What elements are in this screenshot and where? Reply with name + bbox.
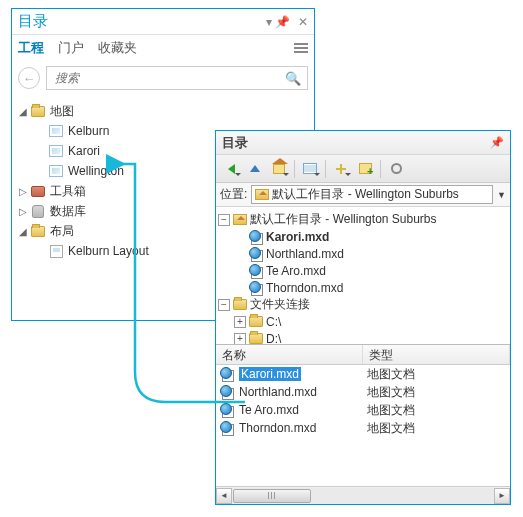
file-list: Karori.mxd地图文档Northland.mxd地图文档Te Aro.mx… <box>216 365 510 486</box>
arrow-left-icon <box>228 164 235 174</box>
tab-favorites[interactable]: 收藏夹 <box>98 37 137 59</box>
tree-label: Karori <box>68 144 100 158</box>
list-view-icon <box>303 163 317 174</box>
tree-drive-item[interactable]: +D:\ <box>234 330 508 345</box>
mxd-icon <box>249 264 263 278</box>
folder-icon <box>233 299 247 310</box>
tree-mxd-item[interactable]: Northland.mxd <box>234 245 508 262</box>
search-field[interactable] <box>53 70 285 86</box>
tree-mxd-item[interactable]: Te Aro.mxd <box>234 262 508 279</box>
mxd-icon <box>220 421 234 435</box>
toolbar-separator <box>294 160 295 178</box>
pin-icon[interactable]: 📌 <box>490 136 504 149</box>
tree-root-folder[interactable]: − 默认工作目录 - Wellington Suburbs <box>218 211 508 228</box>
file-type: 地图文档 <box>363 366 510 383</box>
tree-folder-connections[interactable]: − 文件夹连接 <box>218 296 508 313</box>
home-folder-icon <box>233 214 247 225</box>
toolbar-separator <box>325 160 326 178</box>
scroll-right-button[interactable]: ► <box>494 488 510 504</box>
plus-icon <box>336 164 346 174</box>
mxd-icon <box>220 403 234 417</box>
collapse-icon[interactable]: ◢ <box>16 226 30 237</box>
tree-label: Kelburn Layout <box>68 244 149 258</box>
tree-mxd-item[interactable]: Thorndon.mxd <box>234 279 508 296</box>
catalog-titlebar: 目录 ▾ 📌 ✕ <box>12 9 314 35</box>
connect-folder-icon <box>359 163 372 174</box>
tree-label: Te Aro.mxd <box>266 264 326 278</box>
tree-label: Wellington <box>68 164 124 178</box>
toolbox-icon <box>30 183 46 199</box>
home-button[interactable] <box>268 158 290 180</box>
catalog-tree: − 默认工作目录 - Wellington Suburbs Karori.mxd… <box>216 207 510 345</box>
file-name: Karori.mxd <box>239 367 301 381</box>
scroll-track[interactable] <box>232 488 494 504</box>
pin-icon[interactable]: ▾ 📌 <box>266 15 290 29</box>
arcmap-catalog-title: 目录 <box>222 134 248 152</box>
list-item[interactable]: Northland.mxd地图文档 <box>216 383 510 401</box>
options-button[interactable] <box>385 158 407 180</box>
chevron-down-icon[interactable]: ▼ <box>497 190 506 200</box>
tree-maps-section[interactable]: ◢ 地图 <box>16 101 310 121</box>
collapse-icon[interactable]: ◢ <box>16 106 30 117</box>
list-item[interactable]: Thorndon.mxd地图文档 <box>216 419 510 437</box>
tree-label: 文件夹连接 <box>250 296 310 313</box>
catalog-tabs: 工程 门户 收藏夹 <box>12 35 314 61</box>
search-row: ← 🔍 <box>12 61 314 95</box>
file-type: 地图文档 <box>363 420 510 437</box>
search-input[interactable]: 🔍 <box>46 66 308 90</box>
mxd-icon <box>249 281 263 295</box>
layout-icon <box>48 243 64 259</box>
tree-label: 数据库 <box>50 203 86 220</box>
catalog-window-arcmap: 目录 📌 位置: 默认工作目录 - Wellington Suburbs ▼ −… <box>215 130 511 505</box>
tree-label: 布局 <box>50 223 74 240</box>
location-combo[interactable]: 默认工作目录 - Wellington Suburbs <box>251 185 493 204</box>
file-name: Te Aro.mxd <box>239 403 299 417</box>
tree-label: 地图 <box>50 103 74 120</box>
tree-label: Kelburn <box>68 124 109 138</box>
location-label: 位置: <box>220 186 247 203</box>
view-button[interactable] <box>299 158 321 180</box>
folder-icon <box>249 316 263 327</box>
close-icon[interactable]: ✕ <box>298 15 308 29</box>
file-name: Northland.mxd <box>239 385 317 399</box>
catalog-title: 目录 <box>18 12 48 31</box>
file-type: 地图文档 <box>363 384 510 401</box>
mxd-icon <box>220 385 234 399</box>
map-icon <box>48 143 64 159</box>
connect-folder-button[interactable] <box>354 158 376 180</box>
back-button[interactable] <box>220 158 242 180</box>
collapse-toggle[interactable]: − <box>218 214 230 226</box>
list-item[interactable]: Te Aro.mxd地图文档 <box>216 401 510 419</box>
location-value: 默认工作目录 - Wellington Suburbs <box>272 186 459 203</box>
menu-icon[interactable] <box>294 43 308 53</box>
list-item[interactable]: Karori.mxd地图文档 <box>216 365 510 383</box>
tree-label: 默认工作目录 - Wellington Suburbs <box>250 211 437 228</box>
tab-project[interactable]: 工程 <box>18 37 44 59</box>
collapse-toggle[interactable]: − <box>218 299 230 311</box>
search-icon[interactable]: 🔍 <box>285 71 301 86</box>
horizontal-scrollbar[interactable]: ◄ ► <box>216 486 510 504</box>
tree-drive-item[interactable]: +C:\ <box>234 313 508 330</box>
list-header: 名称 类型 <box>216 345 510 365</box>
expand-icon[interactable]: ▷ <box>16 206 30 217</box>
expand-toggle[interactable]: + <box>234 333 246 345</box>
tree-label: C:\ <box>266 315 281 329</box>
up-button[interactable] <box>244 158 266 180</box>
tab-portal[interactable]: 门户 <box>58 37 84 59</box>
home-folder-icon <box>255 189 269 200</box>
nav-back-button[interactable]: ← <box>18 67 40 89</box>
tree-mxd-item[interactable]: Karori.mxd <box>234 228 508 245</box>
file-type: 地图文档 <box>363 402 510 419</box>
column-header-name[interactable]: 名称 <box>216 345 363 364</box>
tree-label: Northland.mxd <box>266 247 344 261</box>
arcmap-catalog-titlebar: 目录 📌 <box>216 131 510 155</box>
expand-icon[interactable]: ▷ <box>16 186 30 197</box>
scroll-thumb[interactable] <box>233 489 311 503</box>
database-icon <box>30 203 46 219</box>
tree-label: Thorndon.mxd <box>266 281 343 295</box>
new-button[interactable] <box>330 158 352 180</box>
scroll-left-button[interactable]: ◄ <box>216 488 232 504</box>
expand-toggle[interactable]: + <box>234 316 246 328</box>
column-header-type[interactable]: 类型 <box>363 345 510 364</box>
mxd-icon <box>220 367 234 381</box>
